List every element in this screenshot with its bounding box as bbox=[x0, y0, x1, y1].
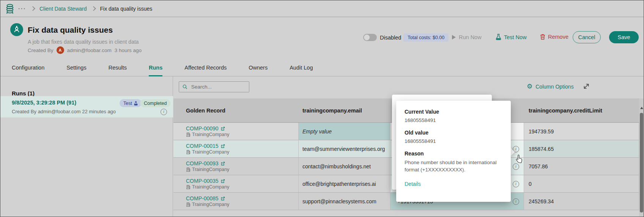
golden-record-link[interactable]: COMP-00085 bbox=[186, 195, 225, 201]
trash-icon bbox=[540, 34, 545, 40]
cluedin-logo-icon[interactable] bbox=[6, 3, 14, 14]
column-header-golden-record[interactable]: Golden Record bbox=[173, 98, 299, 123]
current-value-label: Current Value bbox=[405, 109, 502, 115]
table-cell-credit-limit: 0 bbox=[524, 175, 639, 193]
table-cell-email[interactable]: office@brightpathenterprises.ai bbox=[299, 175, 390, 193]
created-ago: 3 hours ago bbox=[115, 48, 142, 53]
record-source: TrainingCompany bbox=[186, 149, 229, 155]
gear-icon bbox=[527, 83, 532, 90]
tab-configuration[interactable]: Configuration bbox=[12, 59, 44, 76]
breadcrumb-ellipsis[interactable]: ··· bbox=[18, 5, 26, 12]
breadcrumb-app-link[interactable]: Client Data Steward bbox=[39, 6, 87, 12]
table-row-cell-golden: COMP-00090 TrainingCompany bbox=[173, 123, 299, 140]
external-link-icon bbox=[221, 162, 225, 166]
record-source: TrainingCompany bbox=[186, 202, 229, 207]
created-by-label: Created By bbox=[28, 48, 54, 53]
table-cell-credit-limit: 245269.34 bbox=[524, 193, 639, 210]
enabled-toggle[interactable] bbox=[363, 34, 377, 41]
golden-record-link[interactable]: COMP-00035 bbox=[186, 178, 225, 184]
table-row-cell-golden: COMP-00085 TrainingCompany bbox=[173, 193, 299, 210]
tab-settings[interactable]: Settings bbox=[66, 59, 86, 76]
runs-panel: Runs (1) 9/8/2025, 3:29:28 PM (91) Test … bbox=[0, 76, 173, 217]
table-cell-credit-limit: 194739.59 bbox=[524, 123, 639, 140]
external-link-icon bbox=[221, 144, 225, 148]
scrollbar-up-arrow-icon[interactable] bbox=[640, 107, 643, 109]
test-run-badge: Test bbox=[120, 99, 142, 107]
page-header: Fix data quality issues A job that fixes… bbox=[0, 17, 644, 59]
info-icon[interactable] bbox=[513, 181, 519, 187]
external-link-icon bbox=[221, 127, 225, 131]
tab-audit-log[interactable]: Audit Log bbox=[290, 59, 313, 76]
value-tooltip: Current Value 16805558491 Old value 1680… bbox=[396, 101, 511, 202]
building-icon bbox=[186, 150, 190, 154]
remove-button[interactable]: Remove bbox=[540, 34, 568, 40]
info-icon[interactable] bbox=[513, 163, 519, 170]
data-steward-job-icon bbox=[10, 23, 23, 36]
page-title: Fix data quality issues bbox=[28, 25, 113, 35]
info-icon[interactable] bbox=[161, 109, 167, 115]
created-by-line: Created By A admin@foobar.com 3 hours ag… bbox=[28, 46, 142, 54]
search-input[interactable] bbox=[191, 84, 246, 90]
search-icon bbox=[183, 84, 187, 90]
run-now-button[interactable]: Run Now bbox=[452, 34, 482, 40]
reason-label: Reason bbox=[405, 150, 502, 157]
runs-panel-title: Runs (1) bbox=[12, 90, 35, 97]
flask-icon bbox=[134, 101, 138, 106]
table-row-cell-golden: COMP-00035 TrainingCompany bbox=[173, 175, 299, 193]
table-cell-email[interactable]: contact@nimbusholdings.net bbox=[299, 158, 390, 175]
status-badge: Completed bbox=[140, 99, 170, 107]
column-header-email[interactable]: trainingcompany.email bbox=[299, 98, 391, 123]
tab-runs[interactable]: Runs bbox=[149, 59, 162, 76]
building-icon bbox=[186, 202, 190, 207]
golden-record-link[interactable]: COMP-00090 bbox=[186, 125, 225, 131]
chevron-right-icon bbox=[30, 6, 35, 11]
search-box bbox=[179, 81, 249, 92]
flask-icon bbox=[496, 34, 501, 40]
chevron-right-icon bbox=[91, 6, 96, 11]
old-value-label: Old value bbox=[405, 130, 502, 136]
column-header-credit-limit[interactable]: trainingcompany.creditLimit bbox=[524, 98, 639, 123]
table-cell-credit-limit: 7057.86 bbox=[524, 158, 639, 175]
table-cell-email-selected[interactable]: Empty value bbox=[299, 123, 390, 140]
info-icon[interactable] bbox=[513, 198, 519, 205]
external-link-icon bbox=[221, 196, 225, 201]
tab-owners[interactable]: Owners bbox=[249, 59, 268, 76]
avatar: A bbox=[57, 46, 64, 54]
run-created-line: Created By admin@foobar.com 22 minutes a… bbox=[12, 109, 116, 114]
building-icon bbox=[186, 132, 190, 137]
hand-cursor-icon bbox=[515, 154, 523, 163]
save-button[interactable]: Save bbox=[609, 31, 639, 43]
run-list-item[interactable]: 9/8/2025, 3:29:28 PM (91) Test Completed… bbox=[0, 96, 173, 117]
table-cell-email[interactable]: team@summerviewenterprises.org bbox=[299, 140, 390, 158]
toggle-state-label: Disabled bbox=[380, 35, 401, 41]
expand-icon[interactable] bbox=[583, 82, 590, 90]
run-timestamp: 9/8/2025, 3:29:28 PM (91) bbox=[12, 100, 76, 106]
table-row-cell-golden: COMP-00093 TrainingCompany bbox=[173, 158, 299, 175]
record-source: TrainingCompany bbox=[186, 132, 229, 137]
breadcrumb-current-page: Fix data quality issues bbox=[100, 6, 153, 12]
play-icon bbox=[452, 35, 456, 40]
tab-affected-records[interactable]: Affected Records bbox=[184, 59, 227, 76]
vertical-scrollbar-thumb[interactable] bbox=[640, 113, 643, 212]
column-options-button[interactable]: Column Options bbox=[527, 83, 574, 90]
tab-bar: Configuration Settings Results Runs Affe… bbox=[0, 59, 644, 76]
cancel-button[interactable]: Cancel bbox=[573, 31, 601, 43]
table-row-cell-golden: COMP-00015 TrainingCompany bbox=[173, 140, 299, 158]
total-costs-badge: Total costs: $0.00 bbox=[403, 33, 449, 42]
tab-results[interactable]: Results bbox=[109, 59, 127, 76]
table-cell-credit-limit: 185874.65 bbox=[524, 140, 639, 158]
record-source: TrainingCompany bbox=[186, 184, 229, 190]
details-link[interactable]: Details bbox=[405, 181, 421, 187]
external-link-icon bbox=[221, 179, 225, 183]
record-source: TrainingCompany bbox=[186, 167, 229, 172]
golden-record-link[interactable]: COMP-00093 bbox=[186, 160, 225, 166]
old-value: 16805558491 bbox=[405, 138, 502, 144]
job-description: A job that fixes data quality issues in … bbox=[28, 39, 139, 45]
current-value: 16805558491 bbox=[405, 117, 502, 123]
table-cell-email[interactable]: support@pinnaclesystems.com bbox=[299, 193, 390, 210]
topbar: ··· Client Data Steward Fix data quality… bbox=[0, 0, 644, 17]
test-now-button[interactable]: Test Now bbox=[496, 34, 527, 40]
building-icon bbox=[186, 185, 190, 189]
created-by-user: admin@foobar.com bbox=[67, 48, 112, 53]
golden-record-link[interactable]: COMP-00015 bbox=[186, 143, 225, 149]
